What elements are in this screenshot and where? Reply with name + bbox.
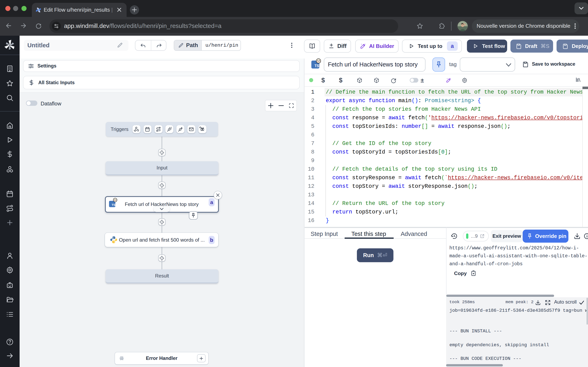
svg-text:TS: TS — [315, 64, 319, 68]
svg-text:TS: TS — [112, 203, 115, 207]
